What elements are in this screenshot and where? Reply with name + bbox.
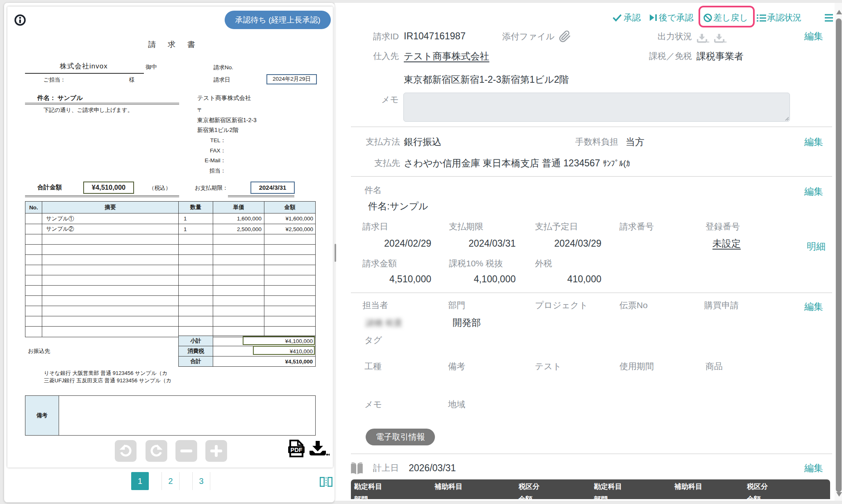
svg-text:PDF: PDF (291, 447, 303, 453)
